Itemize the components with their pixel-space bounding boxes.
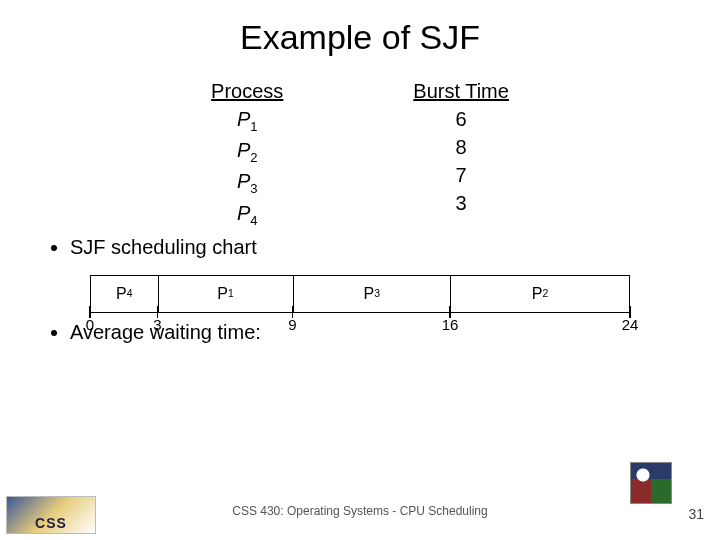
bullet-list-2: Average waiting time: bbox=[30, 321, 720, 344]
burst-row: 8 bbox=[413, 133, 509, 161]
page-title: Example of SJF bbox=[0, 18, 720, 57]
gantt-segment: P4 bbox=[90, 276, 158, 312]
bullet-list: SJF scheduling chart bbox=[30, 236, 720, 259]
process-row: P3 bbox=[211, 167, 283, 198]
burst-column: Burst Time 6 8 7 3 bbox=[413, 77, 509, 230]
burst-row: 6 bbox=[413, 105, 509, 133]
process-row: P1 bbox=[211, 105, 283, 136]
gantt-segment: P3 bbox=[293, 276, 451, 312]
burst-row: 7 bbox=[413, 161, 509, 189]
process-table: Process P1 P2 P3 P4 Burst Time 6 8 7 3 bbox=[0, 77, 720, 230]
bullet-sjf-chart: SJF scheduling chart bbox=[70, 236, 720, 259]
process-row: P4 bbox=[211, 199, 283, 230]
book-cover-icon bbox=[630, 462, 672, 504]
css-logo-icon: CSS bbox=[6, 496, 96, 534]
burst-header: Burst Time bbox=[413, 77, 509, 105]
process-column: Process P1 P2 P3 P4 bbox=[211, 77, 283, 230]
gantt-segment: P1 bbox=[158, 276, 293, 312]
gantt-chart: P4P1P3P20391624 bbox=[90, 275, 630, 313]
process-row: P2 bbox=[211, 136, 283, 167]
page-number: 31 bbox=[688, 506, 704, 522]
gantt-segment: P2 bbox=[450, 276, 630, 312]
process-header: Process bbox=[211, 77, 283, 105]
burst-row: 3 bbox=[413, 189, 509, 217]
footer-text: CSS 430: Operating Systems - CPU Schedul… bbox=[0, 504, 720, 518]
